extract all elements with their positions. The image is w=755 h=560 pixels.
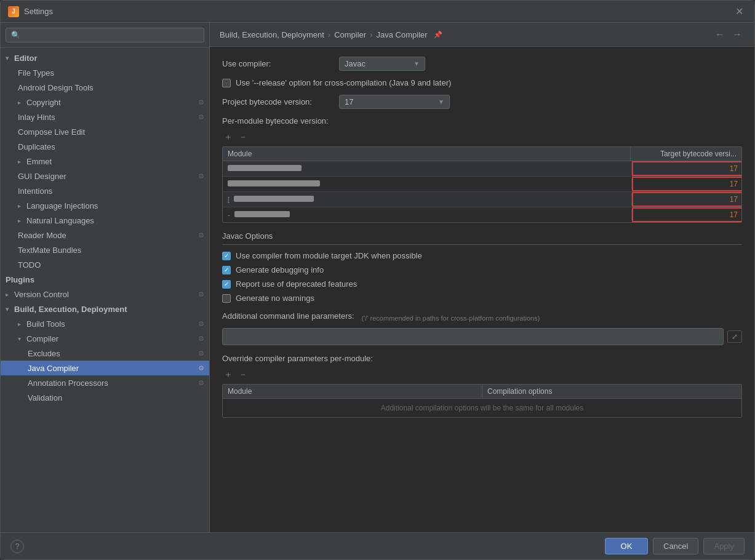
breadcrumb-part-3: Java Compiler	[377, 30, 428, 39]
td-target: 17	[632, 177, 742, 191]
breadcrumb: Build, Execution, Deployment › Compiler …	[220, 30, 442, 39]
sidebar-item-todo[interactable]: TODO	[1, 257, 209, 272]
footer-right: OK Cancel Apply	[605, 538, 745, 554]
gear-icon: ⚙	[198, 379, 204, 387]
sidebar-item-validation[interactable]: Validation	[1, 390, 209, 405]
sidebar-item-duplicates[interactable]: Duplicates	[1, 139, 209, 154]
sidebar-item-language-injections[interactable]: ▸ Language Injections	[1, 198, 209, 213]
window-title: Settings	[24, 7, 53, 16]
module-expand-icon: -	[228, 211, 230, 218]
sidebar-item-gui-designer[interactable]: GUI Designer ⚙	[1, 169, 209, 183]
sidebar-item-android-design-tools[interactable]: Android Design Tools	[1, 80, 209, 95]
nav-forward-button[interactable]: →	[730, 28, 745, 41]
search-input[interactable]	[6, 28, 204, 42]
sidebar-item-natural-languages[interactable]: ▸ Natural Languages	[1, 213, 209, 228]
table-row[interactable]: [ 17	[223, 192, 741, 207]
td-module: [	[223, 193, 632, 206]
chevron-right-icon: ▸	[18, 202, 26, 209]
sidebar: ▾ Editor File Types Android Design Tools…	[1, 23, 210, 532]
table-row[interactable]: 17	[223, 177, 741, 192]
generate-debugging-checkbox[interactable]	[222, 266, 231, 274]
sidebar-item-build-execution-deployment[interactable]: ▾ Build, Execution, Deployment	[1, 302, 209, 316]
gear-icon: ⚙	[198, 172, 204, 180]
oth-options: Compilation options	[482, 385, 741, 398]
module-expand-icon: [	[228, 196, 230, 203]
report-deprecated-checkbox[interactable]	[222, 280, 231, 289]
sidebar-item-excludes[interactable]: Excludes ⚙	[1, 346, 209, 361]
module-name-blur	[228, 165, 302, 171]
settings-window: J Settings ✕ ▾ Editor File Types Android…	[0, 0, 755, 560]
additional-params-input[interactable]	[222, 328, 724, 345]
add-module-button[interactable]: ＋	[222, 132, 234, 143]
gear-icon: ⚙	[198, 231, 204, 239]
additional-params-hint: ('/' recommended in paths for cross-plat…	[362, 314, 540, 322]
use-compiler-checkbox[interactable]	[222, 252, 231, 260]
generate-no-warnings-checkbox[interactable]	[222, 294, 231, 303]
table-row[interactable]: - 17	[223, 207, 741, 222]
help-button[interactable]: ?	[10, 540, 24, 553]
sidebar-item-file-types[interactable]: File Types	[1, 65, 209, 80]
sidebar-item-version-control[interactable]: ▸ Version Control ⚙	[1, 287, 209, 302]
chevron-right-icon: ▸	[6, 291, 14, 298]
gear-icon: ⚙	[198, 335, 204, 343]
breadcrumb-part-1: Build, Execution, Deployment	[220, 30, 324, 39]
chevron-down-icon: ▾	[6, 306, 14, 313]
sidebar-item-reader-mode[interactable]: Reader Mode ⚙	[1, 228, 209, 242]
search-box	[1, 23, 209, 48]
oth-module: Module	[223, 385, 482, 398]
close-button[interactable]: ✕	[732, 4, 747, 18]
add-override-button[interactable]: ＋	[222, 369, 234, 380]
oth-options-label: Compilation options	[487, 387, 552, 396]
sidebar-item-plugins[interactable]: Plugins	[1, 272, 209, 287]
project-bytecode-row: Project bytecode version: 17 ▼	[222, 95, 742, 109]
release-option-checkbox[interactable]	[222, 79, 231, 87]
sidebar-item-emmet[interactable]: ▸ Emmet	[1, 154, 209, 169]
th-target-label: Target bytecode versi...	[660, 150, 737, 158]
sidebar-item-compose-live-edit[interactable]: Compose Live Edit	[1, 124, 209, 139]
sidebar-item-copyright[interactable]: ▸ Copyright ⚙	[1, 95, 209, 110]
td-module: -	[223, 209, 632, 221]
report-deprecated-label: Report use of deprecated features	[236, 279, 357, 289]
title-bar: J Settings ✕	[1, 1, 754, 23]
project-bytecode-label: Project bytecode version:	[222, 97, 333, 106]
table-row[interactable]: 17	[223, 161, 741, 177]
oth-module-label: Module	[228, 387, 252, 396]
compiler-select-value: Javac	[345, 59, 366, 68]
breadcrumb-part-2: Compiler	[334, 30, 366, 39]
apply-button[interactable]: Apply	[703, 538, 745, 554]
cancel-button[interactable]: Cancel	[653, 538, 698, 554]
use-compiler-row: Use compiler: Javac ▼	[222, 57, 742, 71]
bytecode-version-select[interactable]: 17 ▼	[339, 95, 450, 109]
sidebar-item-compiler[interactable]: ▾ Compiler ⚙	[1, 331, 209, 346]
chevron-down-icon: ▾	[6, 55, 14, 62]
sidebar-item-intentions[interactable]: Intentions	[1, 183, 209, 198]
nav-back-button[interactable]: ←	[713, 28, 727, 41]
javac-options-section: Javac Options Use compiler from module t…	[222, 231, 742, 303]
sidebar-item-inlay-hints[interactable]: Inlay Hints ⚙	[1, 110, 209, 124]
footer-left: ?	[10, 540, 24, 553]
sidebar-item-java-compiler[interactable]: Java Compiler ⚙	[1, 361, 209, 375]
sidebar-item-textmate-bundles[interactable]: TextMate Bundles	[1, 242, 209, 257]
th-module: Module	[223, 147, 631, 161]
expand-params-button[interactable]: ⤢	[727, 330, 742, 343]
compiler-select[interactable]: Javac ▼	[339, 57, 425, 71]
sidebar-item-annotation-processors[interactable]: Annotation Processors ⚙	[1, 375, 209, 390]
right-panel: Build, Execution, Deployment › Compiler …	[210, 23, 754, 532]
per-module-label: Per-module bytecode version:	[222, 116, 742, 126]
override-controls: ＋ －	[222, 369, 742, 380]
breadcrumb-sep-1: ›	[328, 30, 330, 39]
remove-module-button[interactable]: －	[237, 132, 249, 143]
use-compiler-checkbox-label: Use compiler from module target JDK when…	[236, 251, 422, 260]
remove-override-button[interactable]: －	[237, 369, 249, 380]
gear-icon: ⚙	[198, 320, 204, 328]
sidebar-item-build-tools[interactable]: ▸ Build Tools ⚙	[1, 316, 209, 331]
sidebar-item-editor[interactable]: ▾ Editor	[1, 50, 209, 65]
override-empty-hint: Additional compilation options will be t…	[223, 399, 741, 417]
td-target: 17	[632, 207, 742, 222]
checkbox-generate-debugging: Generate debugging info	[222, 265, 742, 274]
checkbox-report-deprecated: Report use of deprecated features	[222, 279, 742, 289]
use-compiler-label: Use compiler:	[222, 59, 333, 68]
ok-button[interactable]: OK	[605, 538, 648, 554]
nav-arrows: ← →	[713, 28, 745, 41]
override-table-header: Module Compilation options	[223, 385, 741, 399]
